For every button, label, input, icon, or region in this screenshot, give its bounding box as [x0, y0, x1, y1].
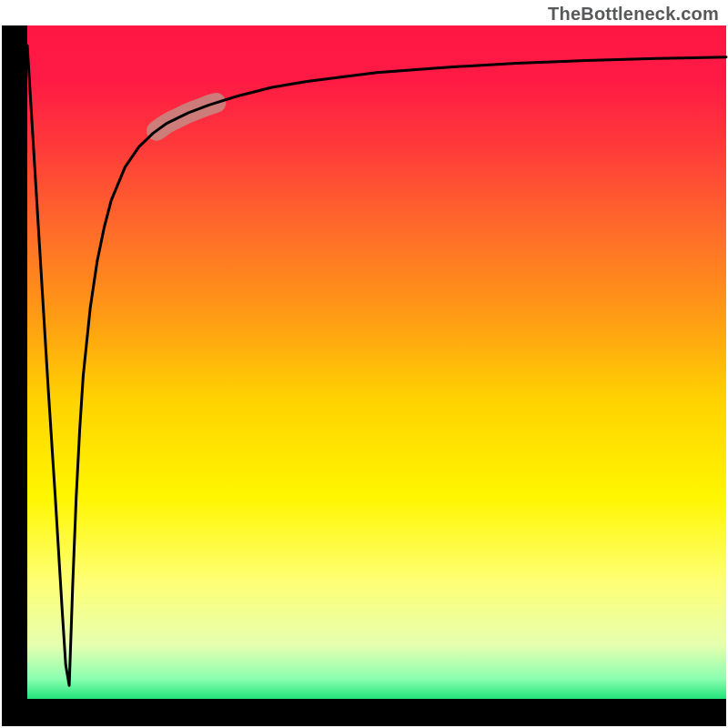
plot-area	[2, 25, 726, 726]
bottleneck-chart	[0, 0, 728, 728]
watermark-text: TheBottleneck.com	[548, 4, 719, 25]
chart-stage: TheBottleneck.com	[0, 0, 728, 728]
y-axis-band	[2, 25, 27, 726]
x-axis-band	[2, 699, 726, 726]
heat-gradient	[27, 25, 726, 699]
